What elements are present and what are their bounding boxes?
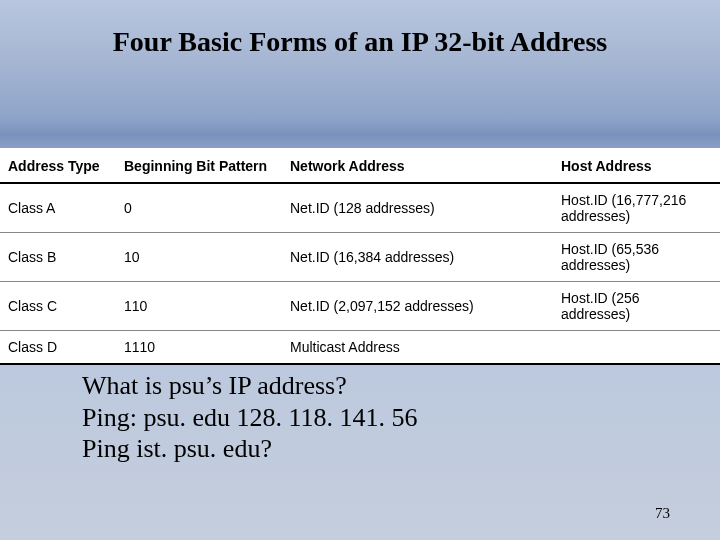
cell-type: Class A: [0, 183, 116, 233]
page-number: 73: [655, 505, 670, 522]
cell-host: Host.ID (16,777,216 addresses): [553, 183, 720, 233]
table-row: Class B 10 Net.ID (16,384 addresses) Hos…: [0, 233, 720, 282]
cell-host: Host.ID (256 addresses): [553, 282, 720, 331]
cell-bit: 0: [116, 183, 282, 233]
cell-host: Host.ID (65,536 addresses): [553, 233, 720, 282]
cell-net: Multicast Address: [282, 331, 553, 365]
col-network-address: Network Address: [282, 148, 553, 183]
slide: Four Basic Forms of an IP 32-bit Address…: [0, 0, 720, 540]
cell-net: Net.ID (2,097,152 addresses): [282, 282, 553, 331]
slide-title: Four Basic Forms of an IP 32-bit Address: [0, 26, 720, 58]
cell-bit: 110: [116, 282, 282, 331]
table: Address Type Beginning Bit Pattern Netwo…: [0, 148, 720, 365]
table-header-row: Address Type Beginning Bit Pattern Netwo…: [0, 148, 720, 183]
cell-type: Class C: [0, 282, 116, 331]
table-row: Class C 110 Net.ID (2,097,152 addresses)…: [0, 282, 720, 331]
cell-net: Net.ID (16,384 addresses): [282, 233, 553, 282]
body-line-3: Ping ist. psu. edu?: [82, 433, 418, 465]
col-host-address: Host Address: [553, 148, 720, 183]
cell-bit: 1110: [116, 331, 282, 365]
col-beginning-bit: Beginning Bit Pattern: [116, 148, 282, 183]
body-text: What is psu’s IP address? Ping: psu. edu…: [82, 370, 418, 465]
table-row: Class D 1110 Multicast Address: [0, 331, 720, 365]
body-line-2: Ping: psu. edu 128. 118. 141. 56: [82, 402, 418, 434]
cell-host: [553, 331, 720, 365]
cell-net: Net.ID (128 addresses): [282, 183, 553, 233]
body-line-1: What is psu’s IP address?: [82, 370, 418, 402]
col-address-type: Address Type: [0, 148, 116, 183]
ip-address-table: Address Type Beginning Bit Pattern Netwo…: [0, 148, 720, 365]
cell-type: Class D: [0, 331, 116, 365]
cell-bit: 10: [116, 233, 282, 282]
table-row: Class A 0 Net.ID (128 addresses) Host.ID…: [0, 183, 720, 233]
cell-type: Class B: [0, 233, 116, 282]
